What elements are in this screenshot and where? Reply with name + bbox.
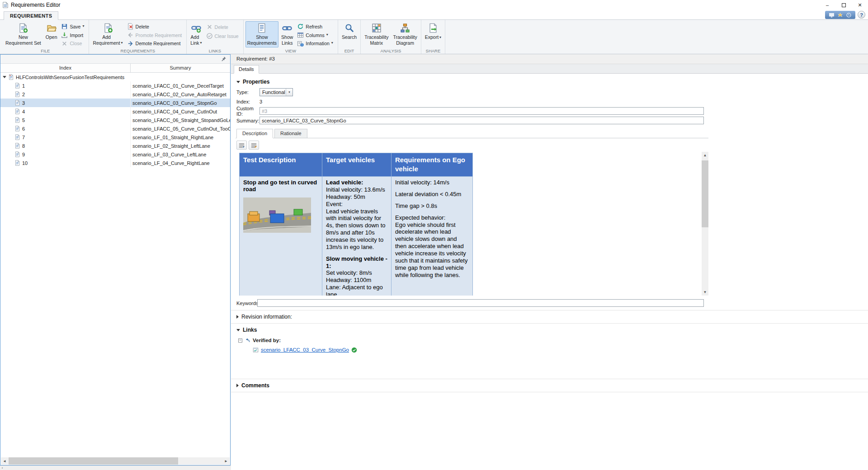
expand-collapse-icon[interactable] (3, 76, 6, 78)
scroll-up-button[interactable]: ▲ (702, 152, 708, 159)
table-text-line (395, 210, 469, 214)
tree-row[interactable]: 4 scenario_LFACC_04_Curve_CutInOut (0, 107, 230, 116)
delete-requirement-button[interactable]: Delete (126, 23, 185, 31)
traceability-matrix-button[interactable]: Traceability Matrix (363, 21, 390, 47)
ribbon-section-analysis: Traceability Matrix Traceability Diagram… (361, 20, 421, 54)
tree-row[interactable]: 9 scenario_LF_03_Curve_LeftLane (0, 150, 230, 159)
demote-requirement-button[interactable]: Demote Requirement (126, 39, 185, 47)
window-title: Requirements Editor (11, 2, 60, 8)
show-requirements-button[interactable]: Show Requirements (245, 21, 278, 47)
requirement-index: 6 (22, 126, 25, 132)
quick-access-icon-1[interactable] (829, 12, 835, 18)
test-file-icon (253, 347, 259, 353)
tree-row[interactable]: 10 scenario_LF_04_Curve_RightLane (0, 159, 230, 167)
rich-text-toolbar-button[interactable] (249, 141, 259, 150)
comments-section-header[interactable]: Comments (236, 382, 868, 389)
column-header-index[interactable]: Index (0, 64, 131, 72)
keywords-input[interactable] (257, 299, 704, 307)
table-text-line: Initial velocity: 14m/s (395, 179, 469, 186)
scroll-down-button[interactable]: ▼ (702, 289, 708, 296)
search-button[interactable]: Search (340, 21, 359, 47)
columns-button[interactable]: Columns ▾ (296, 31, 336, 39)
add-link-button[interactable]: Add Link▾ (189, 21, 203, 47)
text-lines-icon (250, 142, 257, 149)
button-label: Open (46, 34, 57, 40)
save-button[interactable]: Save ▾ (60, 23, 87, 31)
maximize-button[interactable] (835, 0, 852, 10)
requirement-icon (14, 160, 20, 166)
table-text-line: Time gap > 0.8s (395, 202, 469, 210)
quick-access-icon-3[interactable] (846, 12, 852, 18)
verified-by-label: Verified by: (253, 338, 281, 343)
requirement-icon (14, 83, 20, 89)
open-button[interactable]: Open (44, 21, 59, 47)
description-vertical-scrollbar[interactable]: ▲ ▼ (702, 152, 708, 296)
tree-row[interactable]: 3 scenario_LFACC_03_Curve_StopnGo (0, 99, 230, 107)
table-text-line (395, 186, 469, 191)
scroll-right-button[interactable]: ► (222, 457, 230, 465)
rich-text-toolbar-button[interactable] (236, 141, 247, 150)
tree-row[interactable]: 6 scenario_LFACC_05_Curve_CutInOut_TooCl… (0, 124, 230, 133)
requirement-set-icon (8, 74, 14, 80)
tree-row[interactable]: 2 scenario_LFACC_02_Curve_AutoRetarget (0, 90, 230, 99)
tab-rationale[interactable]: Rationale (274, 129, 307, 138)
collapse-triangle-icon (236, 329, 240, 331)
properties-section-header[interactable]: Properties (236, 79, 868, 85)
section-title: Links (243, 327, 257, 333)
information-button[interactable]: Information ▾ (296, 39, 336, 47)
collapsed-triangle-icon (236, 384, 239, 387)
tree-row[interactable]: 5 scenario_LFACC_06_Straight_StopandGoLe… (0, 116, 230, 124)
show-links-button[interactable]: Show Links (279, 21, 295, 47)
help-icon[interactable]: ? (858, 11, 865, 19)
button-label: Add Requirement (93, 34, 120, 46)
tab-requirements[interactable]: REQUIREMENTS (4, 11, 58, 20)
collapse-box-icon[interactable]: − (238, 338, 242, 343)
scrollbar-track[interactable] (702, 227, 708, 289)
export-button[interactable]: Export▾ (423, 21, 443, 47)
collapsed-triangle-icon (236, 315, 239, 319)
tab-details[interactable]: Details (234, 65, 259, 74)
ribbon-section-label: VIEW (244, 48, 338, 53)
scrollbar-thumb[interactable] (702, 160, 708, 227)
button-label: Clear Issue (215, 33, 239, 39)
table-text-line: Lead vehicle travels with initial veloci… (326, 208, 387, 251)
scenario-image (243, 197, 311, 233)
scroll-left-button[interactable]: ◄ (1, 457, 8, 465)
quick-access-icon-2[interactable] (837, 12, 843, 18)
verified-by-link[interactable]: scenario_LFACC_03_Curve_StopnGo (261, 347, 349, 352)
new-requirement-set-button[interactable]: New Requirement Set (4, 21, 43, 47)
tree-horizontal-scrollbar[interactable]: ◄ ► (1, 457, 230, 465)
requirement-icon (14, 91, 20, 97)
maximize-icon (842, 3, 846, 7)
close-button[interactable]: ✕ (852, 0, 868, 10)
custom-id-input[interactable] (259, 107, 704, 115)
refresh-button[interactable]: Refresh (296, 23, 336, 31)
summary-input[interactable] (259, 117, 704, 124)
import-button[interactable]: Import (60, 31, 87, 39)
column-header-summary[interactable]: Summary (131, 64, 230, 72)
search-icon (344, 23, 354, 33)
revision-section-header[interactable]: Revision information: (236, 314, 868, 320)
table-text-line: Slow moving vehicle - 1: (326, 255, 387, 270)
traceability-diagram-button[interactable]: Traceability Diagram (391, 21, 419, 47)
tree-row[interactable]: 1 scenario_LFACC_01_Curve_DecelTarget (0, 81, 230, 90)
links-section-header[interactable]: Links (236, 327, 868, 333)
requirement-summary: scenario_LF_02_Straight_LeftLane (131, 143, 230, 149)
table-text-line: Lane: Adjacent to ego lane (326, 284, 387, 296)
tab-description[interactable]: Description (236, 129, 273, 138)
pin-icon[interactable] (221, 56, 226, 62)
button-label: Information (306, 41, 330, 46)
tree-row[interactable]: 8 scenario_LF_02_Straight_LeftLane (0, 141, 230, 150)
description-editor[interactable]: Test DescriptionTarget vehiclesRequireme… (236, 152, 708, 296)
type-select[interactable]: Functional ▾ (259, 88, 293, 96)
tree-row[interactable]: 7 scenario_LF_01_Straight_RightLane (0, 133, 230, 141)
add-requirement-button[interactable]: Add Requirement▾ (91, 21, 124, 47)
scroll-left-button[interactable]: ‹ (0, 466, 5, 470)
scroll-up-icon: ▲ (703, 153, 707, 157)
scrollbar-thumb[interactable] (9, 457, 178, 465)
minimize-button[interactable]: – (819, 0, 835, 10)
combo-caret-icon[interactable]: ▾ (286, 89, 292, 96)
tree-root-row[interactable]: HLFControlsWithSensorFusionTestRequireme… (0, 73, 230, 81)
button-label: Search (342, 34, 357, 40)
section-title: Properties (243, 79, 269, 85)
